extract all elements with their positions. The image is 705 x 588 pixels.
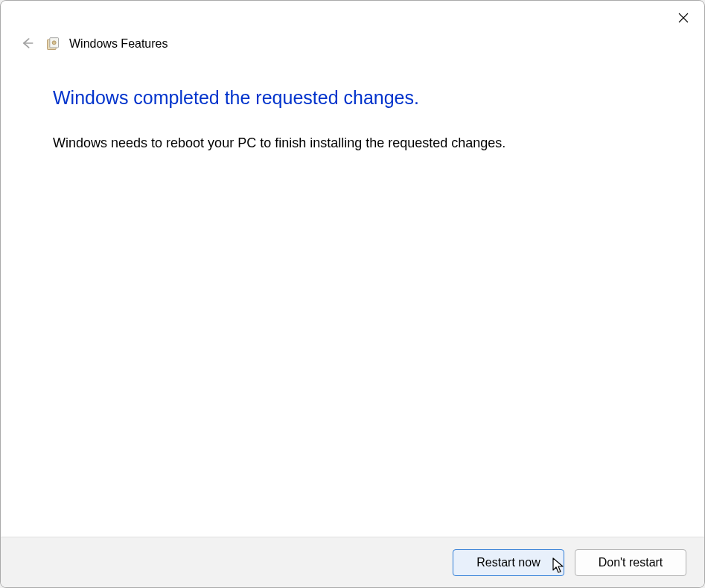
main-heading: Windows completed the requested changes. bbox=[53, 87, 652, 109]
dialog-window: Windows Features Windows completed the r… bbox=[0, 0, 705, 588]
footer: Restart now Don't restart bbox=[1, 537, 704, 587]
dialog-title: Windows Features bbox=[69, 37, 168, 51]
back-button[interactable] bbox=[19, 35, 36, 53]
body-text: Windows needs to reboot your PC to finis… bbox=[53, 135, 652, 151]
header-row: Windows Features bbox=[1, 35, 704, 59]
dont-restart-button[interactable]: Don't restart bbox=[575, 549, 686, 576]
content-area: Windows completed the requested changes.… bbox=[1, 59, 704, 537]
restart-now-button[interactable]: Restart now bbox=[453, 549, 564, 576]
close-button[interactable] bbox=[673, 8, 694, 29]
svg-point-5 bbox=[52, 41, 56, 45]
close-icon bbox=[677, 11, 690, 27]
titlebar bbox=[1, 1, 704, 35]
back-arrow-icon bbox=[20, 36, 35, 53]
windows-features-icon bbox=[45, 36, 60, 51]
